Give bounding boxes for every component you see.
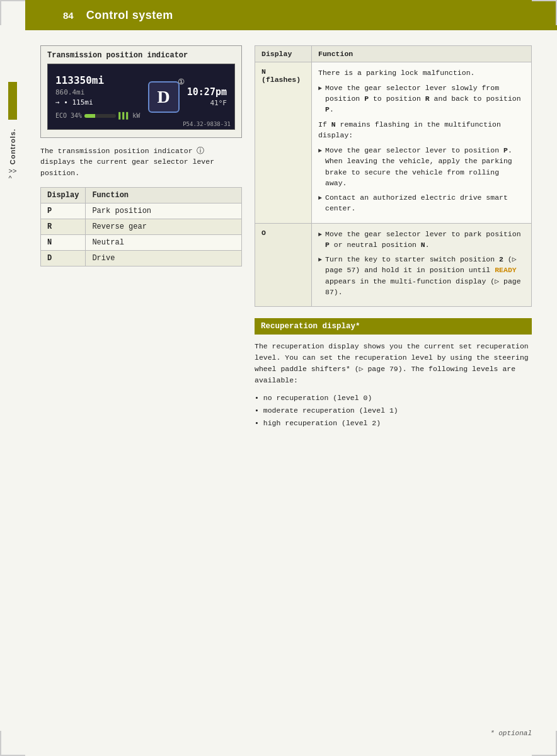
recuperation-body-text: The recuperation display shows you the c… (255, 342, 529, 384)
recuperation-header: Recuperation display* (255, 318, 532, 335)
o-bullet-2-text: Turn the key to starter switch position … (325, 254, 525, 297)
table-row: R Reverse gear (41, 219, 242, 234)
corner-br (532, 731, 557, 756)
n-bullet-1: ► Move the gear selector lever slowly fr… (318, 83, 525, 115)
right-header-function: Function (312, 46, 532, 62)
right-header-display: Display (255, 46, 312, 62)
dash-right: 10:27pm 41°F (187, 86, 227, 107)
page-number: 84 (63, 10, 74, 21)
row-function: Drive (86, 250, 242, 266)
gear-letter: D (157, 87, 169, 107)
n-bullet-2: ► Move the gear selector lever to positi… (318, 145, 525, 188)
dash-arrow-text: → • 115mi (55, 98, 93, 106)
row-function: Park position (86, 203, 242, 219)
dash-arrow-row: → • 115mi (55, 98, 140, 106)
dash-center: D (148, 81, 180, 113)
n-mid-text: If N remains flashing in the multifuncti… (318, 119, 525, 142)
o-bullet-1-text: Move the gear selector lever to park pos… (325, 229, 525, 251)
recuperation-body: The recuperation display shows you the c… (255, 341, 532, 386)
recuperation-section: Recuperation display* The recuperation d… (255, 318, 532, 429)
table-row: P Park position (41, 203, 242, 219)
sidebar-accent (8, 82, 17, 120)
description-text: The transmission position indicator ⓘ di… (40, 146, 242, 178)
n-bullet-3-text: Contact an authorized electric drive sma… (325, 192, 525, 214)
table-header-function: Function (86, 187, 242, 203)
right-table: Display Function N (flashes) There is a … (255, 45, 532, 307)
o-display: O (255, 223, 312, 307)
desc-span: The transmission position indicator ⓘ di… (40, 147, 214, 177)
recuperation-list: no recuperation (level 0)moderate recupe… (255, 392, 532, 429)
n-bullet-2-text: Move the gear selector lever to position… (325, 145, 525, 188)
dash-eco-label: ECO 34% (55, 112, 82, 119)
corner-bl (0, 731, 25, 756)
row-function: Neutral (86, 234, 242, 250)
bullet-icon-1: ► (318, 84, 322, 94)
dash-eco-row: ECO 34% ▌▌▌ kW (55, 112, 140, 119)
row-display: R (41, 219, 86, 234)
table-row: O ► Move the gear selector lever to park… (255, 223, 532, 307)
eco-fill (84, 114, 95, 118)
table-row: D Drive (41, 250, 242, 266)
page-header: 84 Control system (25, 0, 557, 30)
table-row: N Neutral (41, 234, 242, 250)
main-content: Transmission position indicator 113350mi… (25, 30, 557, 444)
o-bullet-2: ► Turn the key to starter switch positio… (318, 254, 525, 297)
dash-time: 10:27pm (187, 86, 227, 98)
left-column: Transmission position indicator 113350mi… (40, 45, 242, 429)
dash-left: 113350mi 860.4mi → • 115mi ECO 34% ▌▌▌ k… (55, 74, 140, 119)
bullet-icon-5: ► (318, 255, 322, 265)
n-flashes-function: There is a parking lock malfunction. ► M… (312, 62, 532, 224)
sidebar-label: Controls. (9, 129, 16, 164)
o-function: ► Move the gear selector lever to park p… (312, 223, 532, 307)
page-title: Control system (86, 9, 173, 22)
bullet-icon-2: ► (318, 146, 322, 156)
table-header-display: Display (41, 187, 86, 203)
bullet-icon-4: ► (318, 230, 322, 240)
transmission-section-box: Transmission position indicator 113350mi… (40, 45, 242, 138)
o-bullet-1: ► Move the gear selector lever to park p… (318, 229, 525, 251)
eco-bar (84, 114, 116, 118)
row-display: D (41, 250, 86, 266)
dashboard-image: 113350mi 860.4mi → • 115mi ECO 34% ▌▌▌ k… (47, 64, 235, 130)
dash-miles-small: 860.4mi (55, 88, 140, 96)
row-function: Reverse gear (86, 219, 242, 234)
n-bullet-3: ► Contact an authorized electric drive s… (318, 192, 525, 214)
list-item: no recuperation (level 0) (255, 392, 532, 404)
corner-tr (532, 0, 557, 25)
sidebar-arrows: >>^ (9, 167, 17, 182)
list-item: moderate recuperation (level 1) (255, 404, 532, 417)
page-footer: * optional (490, 730, 532, 737)
n-flashes-display: N (flashes) (255, 62, 312, 224)
right-column: Display Function N (flashes) There is a … (255, 45, 532, 429)
dash-kw: kW (132, 112, 140, 119)
n-bullet-1-text: Move the gear selector lever slowly from… (325, 83, 525, 115)
dash-signal: ▌▌▌ (118, 112, 130, 119)
dash-part-num: P54.32-9838-31 (183, 121, 231, 127)
row-display: N (41, 234, 86, 250)
transmission-section-title: Transmission position indicator (47, 51, 235, 60)
sidebar: Controls. >>^ (0, 82, 25, 718)
n-flashes-intro: There is a parking lock malfunction. (318, 67, 525, 79)
dash-temp: 41°F (210, 99, 227, 107)
gear-display: D (148, 81, 180, 113)
dash-miles-big: 113350mi (55, 74, 140, 86)
display-table: Display Function P Park position R Rever… (40, 187, 242, 266)
corner-tl (0, 0, 25, 25)
bullet-icon-3: ► (318, 193, 322, 203)
list-item: high recuperation (level 2) (255, 417, 532, 430)
row-display: P (41, 203, 86, 219)
table-row: N (flashes) There is a parking lock malf… (255, 62, 532, 224)
